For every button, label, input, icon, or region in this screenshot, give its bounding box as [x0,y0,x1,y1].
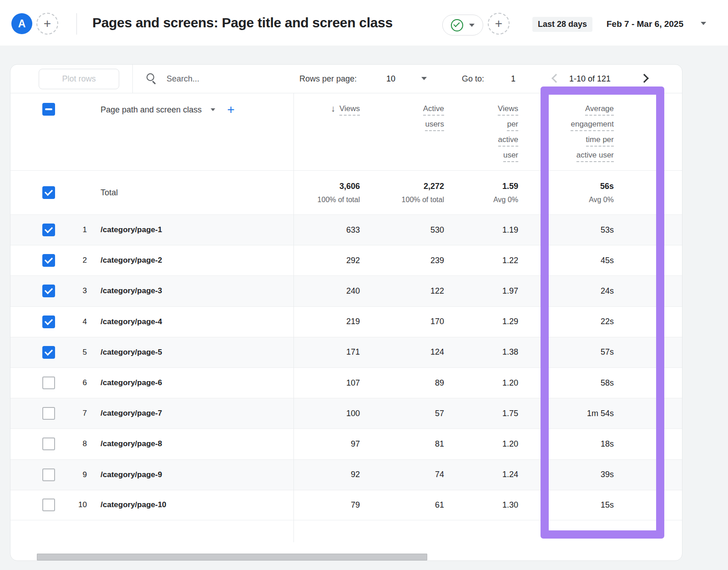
chevron-down-icon [469,24,475,27]
horizontal-scrollbar-thumb[interactable] [37,554,427,560]
metric-headers: ↓ViewsActiveusersViewsperactiveuserAvera… [293,93,614,170]
table-row[interactable]: 9 /category/page-9 92 74 1.24 39s [10,459,682,490]
column-header-line: active [498,135,518,147]
row-index: 2 [55,256,87,265]
row-page-path: /category/page-6 [101,378,162,387]
row-index: 4 [55,317,87,326]
add-comparison-button[interactable]: + [488,13,510,35]
row-checkbox[interactable] [42,468,55,481]
row-active-users: 124 [430,347,444,357]
dimension-header-label: Page path and screen class [101,105,202,115]
row-checkbox[interactable] [42,438,55,450]
chevron-down-icon[interactable] [421,77,427,80]
row-views: 219 [346,317,360,326]
pagination-range-label: 1-10 of 121 [569,74,611,84]
row-checkbox[interactable] [42,407,55,420]
row-avg-engagement-time: 45s [601,256,614,265]
column-divider [293,93,294,542]
row-views-per-active-user: 1.30 [502,500,518,510]
report-table-card: Plot rows Rows per page: 10 Go to: 1 1-1… [10,64,682,561]
row-active-users: 61 [435,500,444,510]
check-circle-icon [451,19,463,31]
row-active-users: 57 [435,409,444,418]
table-row[interactable]: 3 /category/page-3 240 122 1.97 24s [10,275,682,306]
row-avg-engagement-time: 24s [601,286,614,296]
table-body: 1 /category/page-1 633 530 1.19 53s 2 /c… [10,214,682,520]
plot-rows-button[interactable]: Plot rows [39,69,119,89]
total-avg-engagement-time-cell: 56s Avg 0% [518,171,614,214]
row-checkbox[interactable] [42,499,55,511]
report-status-control[interactable] [442,15,483,36]
date-range-chip[interactable]: Last 28 days [532,17,592,32]
row-views: 79 [351,500,360,510]
table-row[interactable]: 2 /category/page-2 292 239 1.22 45s [10,245,682,275]
column-header-line: active user [576,150,614,162]
table-row[interactable]: 5 /category/page-5 171 124 1.38 57s [10,337,682,367]
column-header-line: engagement [571,119,614,131]
total-row-checkbox[interactable] [42,186,55,199]
add-report-button[interactable]: + [36,13,58,35]
go-to-page-input[interactable]: 1 [511,74,516,84]
previous-page-icon[interactable] [551,74,561,83]
row-checkbox[interactable] [42,346,55,359]
column-header[interactable]: Averageengagementtime peractive user [518,93,614,170]
column-header[interactable]: Activeusers [360,93,444,170]
select-all-checkbox[interactable] [42,103,55,116]
table-row[interactable]: 6 /category/page-6 107 89 1.20 58s [10,367,682,398]
total-row: Total 3,606 100% of total 2,272 100% of … [10,170,682,214]
row-avg-engagement-time: 58s [601,378,614,388]
search-icon [147,73,154,81]
row-avg-engagement-time: 22s [601,317,614,326]
table-row[interactable]: 7 /category/page-7 100 57 1.75 1m 54s [10,398,682,428]
row-index: 1 [55,225,87,234]
row-checkbox[interactable] [42,285,55,297]
search-input[interactable] [167,71,271,87]
row-page-path: /category/page-7 [101,409,162,418]
row-index: 8 [55,439,87,448]
column-header-line: Average [585,104,614,116]
table-row[interactable]: 4 /category/page-4 219 170 1.29 22s [10,306,682,337]
row-active-users: 74 [435,470,444,479]
row-views: 107 [346,378,360,388]
add-dimension-icon[interactable]: + [227,103,234,116]
row-index: 10 [55,500,87,509]
column-header[interactable]: ↓Views [293,93,360,170]
row-views: 100 [346,409,360,418]
row-page-path: /category/page-10 [101,500,167,509]
row-checkbox[interactable] [42,316,55,328]
table-header: Page path and screen class + ↓ViewsActiv… [10,93,682,170]
table-row[interactable]: 8 /category/page-8 97 81 1.20 18s [10,428,682,459]
row-checkbox[interactable] [42,254,55,267]
row-page-path: /category/page-5 [101,348,162,357]
column-header-line: users [425,119,444,131]
total-views-per-active-user-cell: 1.59 Avg 0% [444,171,518,214]
table-row[interactable]: 10 /category/page-10 79 61 1.30 15s [10,490,682,520]
row-checkbox[interactable] [42,224,55,236]
avatar[interactable]: A [11,13,32,34]
column-header[interactable]: Viewsperactiveuser [444,93,518,170]
column-header-line: Views [339,104,360,116]
row-active-users: 170 [430,317,444,326]
row-page-path: /category/page-9 [101,470,162,479]
table-row[interactable]: 1 /category/page-1 633 530 1.19 53s [10,214,682,245]
chevron-down-icon[interactable] [211,108,215,111]
row-checkbox[interactable] [42,377,55,389]
header-divider [76,13,77,35]
column-header-line: per [507,119,518,131]
row-views-per-active-user: 1.29 [502,317,518,326]
next-page-icon[interactable] [640,74,649,83]
row-active-users: 239 [430,256,444,265]
row-views-per-active-user: 1.20 [502,378,518,388]
row-views: 292 [346,256,360,265]
plus-icon: + [495,16,502,31]
rows-per-page-select[interactable]: 10 [386,74,395,84]
date-range-value[interactable]: Feb 7 - Mar 6, 2025 [607,19,683,29]
total-row-label: Total [101,188,118,198]
row-page-path: /category/page-8 [101,439,162,448]
dimension-header[interactable]: Page path and screen class + [101,103,235,116]
rows-per-page-label: Rows per page: [299,74,357,84]
row-views-per-active-user: 1.19 [502,225,518,235]
page-title: Pages and screens: Page title and screen… [92,15,393,31]
chevron-down-icon[interactable] [701,22,706,25]
column-header-line: user [503,150,518,162]
